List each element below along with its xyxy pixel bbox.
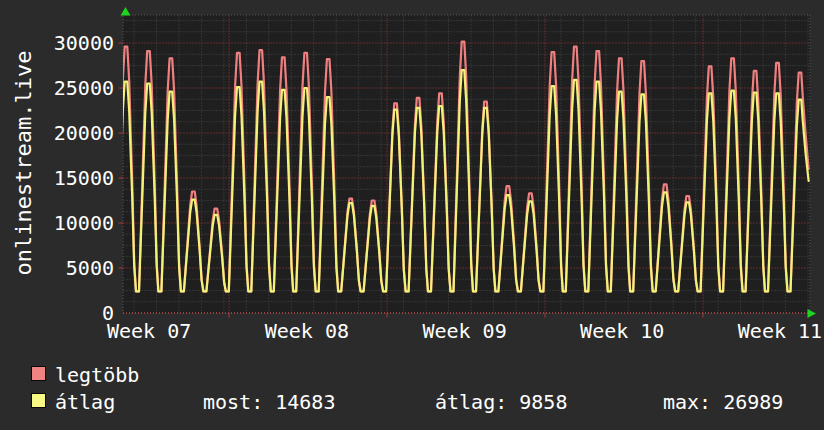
stat-text: most: 14683 xyxy=(203,392,335,412)
x-week-label: Week 10 xyxy=(580,321,664,341)
y-tick-label: 20000 xyxy=(0,123,114,143)
y-tick-label: 15000 xyxy=(0,168,114,188)
stat-text: max: 26989 xyxy=(663,392,783,412)
legend-label: legtöbb xyxy=(55,365,139,385)
x-week-label: Week 07 xyxy=(107,321,191,341)
y-tick-label: 5000 xyxy=(0,258,114,278)
x-week-label: Week 11 xyxy=(738,321,822,341)
stat-text: átlag: 9858 xyxy=(435,392,567,412)
legend-swatch xyxy=(31,393,46,408)
legend-label: átlag xyxy=(55,392,115,412)
y-tick-label: 0 xyxy=(0,303,114,323)
y-tick-label: 10000 xyxy=(0,213,114,233)
graph-panel: onlinestream.live 3000025000200001500010… xyxy=(0,0,824,430)
axis-arrow-up-icon xyxy=(121,7,131,16)
y-tick-label: 30000 xyxy=(0,33,114,53)
x-week-label: Week 08 xyxy=(265,321,349,341)
axis-arrow-right-icon xyxy=(808,309,817,318)
x-week-label: Week 09 xyxy=(422,321,506,341)
y-tick-label: 25000 xyxy=(0,78,114,98)
legend-swatch xyxy=(31,366,46,381)
